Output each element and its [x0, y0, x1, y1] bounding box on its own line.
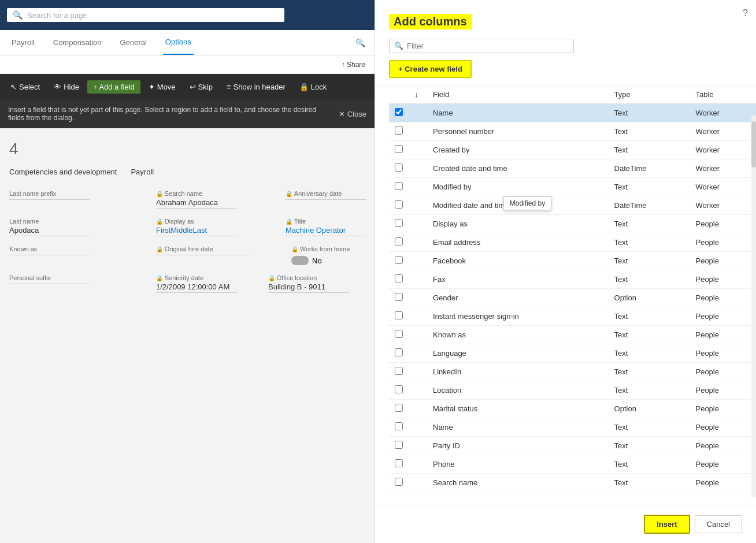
table-row[interactable]: Modified date and timeDateTimeWorker	[389, 196, 756, 215]
nav-search-icon[interactable]: 🔍	[355, 38, 365, 47]
table-row[interactable]: FaxTextPeople	[389, 270, 756, 289]
field-value[interactable]: Apodaca	[9, 226, 90, 236]
table-row[interactable]: NameTextPeople	[389, 418, 756, 437]
table-row[interactable]: FacebookTextPeople	[389, 252, 756, 270]
col-header-table: Table	[690, 85, 756, 104]
row-checkbox[interactable]	[395, 478, 403, 486]
row-checkbox[interactable]	[395, 330, 403, 338]
row-table-cell: People	[690, 418, 756, 437]
row-checkbox[interactable]	[395, 404, 403, 412]
field-value[interactable]	[9, 198, 90, 200]
row-type-cell: Text	[609, 437, 690, 455]
table-row[interactable]: GenderOptionPeople	[389, 289, 756, 307]
row-table-cell: Worker	[690, 196, 756, 215]
row-sort-cell	[409, 289, 427, 307]
row-checkbox[interactable]	[395, 385, 403, 393]
table-row[interactable]: Modified byModified byTextWorker	[389, 178, 756, 196]
nav-item-payroll[interactable]: Payroll	[9, 30, 37, 55]
tab-competencies[interactable]: Competencies and development	[9, 168, 117, 178]
field-value[interactable]	[286, 198, 366, 200]
row-checkbox[interactable]	[395, 127, 403, 135]
row-checkbox[interactable]	[395, 145, 403, 153]
hide-button[interactable]: 👁 Hide	[48, 80, 85, 94]
table-row[interactable]: Personnel numberTextWorker	[389, 122, 756, 141]
table-row[interactable]: Marital statusOptionPeople	[389, 400, 756, 418]
row-checkbox[interactable]	[395, 459, 403, 467]
field-value[interactable]	[9, 282, 90, 284]
row-checkbox[interactable]	[395, 108, 403, 116]
show-header-button[interactable]: ≡ Show in header	[221, 80, 291, 94]
row-type-cell: Text	[609, 141, 690, 159]
table-row[interactable]: LinkedInTextPeople	[389, 363, 756, 381]
cancel-button[interactable]: Cancel	[695, 515, 742, 533]
row-checkbox[interactable]	[395, 348, 403, 356]
help-icon[interactable]: ?	[743, 8, 748, 18]
col-header-type: Type	[609, 85, 690, 104]
table-row[interactable]: Created byTextWorker	[389, 141, 756, 159]
row-checkbox[interactable]	[395, 219, 403, 227]
dialog-title: Add columns	[389, 14, 472, 29]
field-value[interactable]	[9, 254, 90, 255]
field-value[interactable]: Abraham Apodaca	[156, 198, 237, 209]
row-sort-cell	[409, 178, 427, 196]
table-row[interactable]: Email addressTextPeople	[389, 233, 756, 252]
create-new-field-button[interactable]: + Create new field	[389, 60, 472, 78]
nav-item-options[interactable]: Options	[163, 30, 194, 55]
field-value[interactable]: Building B - 9011	[268, 282, 349, 293]
tab-payroll[interactable]: Payroll	[131, 168, 154, 178]
row-field-cell: Facebook	[427, 252, 609, 270]
table-row[interactable]: Party IDTextPeople	[389, 437, 756, 455]
table-row[interactable]: Known asTextPeople	[389, 326, 756, 344]
table-row[interactable]: Search nameTextPeople	[389, 474, 756, 492]
row-checkbox[interactable]	[395, 163, 403, 172]
field-value[interactable]	[156, 254, 249, 255]
nav-item-general[interactable]: General	[118, 30, 149, 55]
row-checkbox[interactable]	[395, 311, 403, 319]
scrollbar-track[interactable]	[751, 116, 756, 497]
table-row[interactable]: NameTextWorker	[389, 104, 756, 122]
field-value[interactable]: 1/2/2009 12:00:00 AM	[156, 282, 237, 293]
row-checkbox[interactable]	[395, 367, 403, 375]
row-checkbox[interactable]	[395, 182, 403, 190]
scrollbar-thumb[interactable]	[751, 121, 756, 168]
insert-button[interactable]: Insert	[644, 515, 690, 534]
nav-item-compensation[interactable]: Compensation	[51, 30, 104, 55]
row-checkbox[interactable]	[395, 422, 403, 430]
row-field-cell: Known as	[427, 326, 609, 344]
share-button[interactable]: ↑ Share	[342, 61, 365, 69]
add-field-button[interactable]: + Add a field	[87, 80, 140, 94]
row-table-cell: People	[690, 437, 756, 455]
move-button[interactable]: ✦ Move	[143, 80, 181, 94]
col-header-sort[interactable]: ↓	[409, 85, 427, 104]
field-label: Last name prefix	[9, 190, 90, 197]
row-table-cell: People	[690, 474, 756, 492]
last-name-field: Last name Apodaca	[9, 218, 90, 236]
row-checkbox[interactable]	[395, 256, 403, 264]
row-type-cell: Text	[609, 104, 690, 122]
columns-table-container: ↓ Field Type Table NameTextWorkerPersonn…	[375, 85, 756, 505]
table-row[interactable]: LanguageTextPeople	[389, 344, 756, 363]
field-value[interactable]: FirstMiddleLast	[156, 226, 237, 236]
table-row[interactable]: Display asTextPeople	[389, 215, 756, 233]
search-bar[interactable]: 🔍 Search for a page	[7, 8, 284, 22]
row-checkbox[interactable]	[395, 441, 403, 449]
row-field-cell: Display as	[427, 215, 609, 233]
filter-container[interactable]: 🔍	[389, 39, 574, 53]
table-row[interactable]: Instant messenger sign-inTextPeople	[389, 307, 756, 326]
filter-input[interactable]	[407, 42, 569, 50]
row-type-cell: Text	[609, 381, 690, 400]
row-sort-cell	[409, 233, 427, 252]
table-row[interactable]: PhoneTextPeople	[389, 455, 756, 474]
select-button[interactable]: ↖ Select	[5, 80, 46, 94]
toggle-switch[interactable]	[291, 256, 309, 265]
table-row[interactable]: LocationTextPeople	[389, 381, 756, 400]
row-checkbox[interactable]	[395, 200, 403, 209]
lock-button[interactable]: 🔒 Lock	[294, 80, 332, 94]
row-checkbox[interactable]	[395, 274, 403, 282]
close-button[interactable]: ✕ Close	[339, 110, 366, 118]
row-checkbox[interactable]	[395, 237, 403, 246]
row-checkbox[interactable]	[395, 293, 403, 301]
table-row[interactable]: Created date and timeDateTimeWorker	[389, 159, 756, 178]
skip-button[interactable]: ↩ Skip	[184, 80, 218, 94]
field-value[interactable]: Machine Operator	[286, 226, 366, 236]
